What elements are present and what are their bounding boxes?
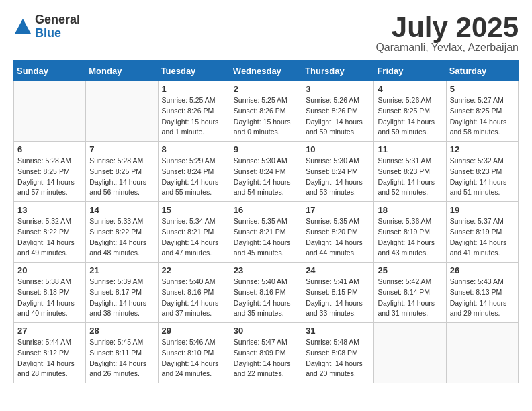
day-number: 13 <box>17 205 82 215</box>
day-number: 9 <box>234 144 298 154</box>
col-monday: Monday <box>86 61 158 81</box>
calendar-body: 1Sunrise: 5:25 AMSunset: 8:26 PMDaylight… <box>14 81 519 383</box>
calendar-cell: 3Sunrise: 5:26 AMSunset: 8:26 PMDaylight… <box>302 81 374 142</box>
day-number: 7 <box>89 144 154 154</box>
day-number: 28 <box>89 326 154 336</box>
calendar-week-4: 27Sunrise: 5:44 AMSunset: 8:12 PMDayligh… <box>14 323 519 383</box>
day-info: Sunrise: 5:33 AMSunset: 8:22 PMDaylight:… <box>89 216 154 259</box>
page-header: General Blue July 2025 Qaramanli, Yevlax… <box>13 13 519 54</box>
calendar-week-2: 13Sunrise: 5:32 AMSunset: 8:22 PMDayligh… <box>14 202 519 263</box>
calendar-cell: 30Sunrise: 5:47 AMSunset: 8:09 PMDayligh… <box>230 323 302 383</box>
col-tuesday: Tuesday <box>158 61 230 81</box>
day-info: Sunrise: 5:45 AMSunset: 8:11 PMDaylight:… <box>89 337 154 379</box>
logo-blue: Blue <box>35 27 80 40</box>
day-info: Sunrise: 5:39 AMSunset: 8:17 PMDaylight:… <box>89 277 154 319</box>
title-block: July 2025 Qaramanli, Yevlax, Azerbaijan <box>375 13 519 54</box>
calendar-cell: 14Sunrise: 5:33 AMSunset: 8:22 PMDayligh… <box>86 202 158 263</box>
calendar-cell: 28Sunrise: 5:45 AMSunset: 8:11 PMDayligh… <box>86 323 158 383</box>
col-sunday: Sunday <box>14 61 86 81</box>
day-info: Sunrise: 5:30 AMSunset: 8:24 PMDaylight:… <box>234 156 298 198</box>
day-info: Sunrise: 5:32 AMSunset: 8:23 PMDaylight:… <box>450 156 515 198</box>
calendar-cell: 31Sunrise: 5:48 AMSunset: 8:08 PMDayligh… <box>302 323 374 383</box>
header-row: Sunday Monday Tuesday Wednesday Thursday… <box>14 61 519 81</box>
calendar-cell <box>374 323 446 383</box>
day-number: 12 <box>450 144 515 154</box>
day-number: 25 <box>378 265 442 275</box>
day-info: Sunrise: 5:37 AMSunset: 8:19 PMDaylight:… <box>450 216 515 259</box>
col-saturday: Saturday <box>446 61 518 81</box>
calendar-week-0: 1Sunrise: 5:25 AMSunset: 8:26 PMDaylight… <box>14 81 519 142</box>
calendar-table: Sunday Monday Tuesday Wednesday Thursday… <box>13 60 519 383</box>
day-number: 16 <box>234 205 298 215</box>
col-friday: Friday <box>374 61 446 81</box>
calendar-cell: 12Sunrise: 5:32 AMSunset: 8:23 PMDayligh… <box>446 142 518 202</box>
svg-marker-0 <box>15 19 31 34</box>
calendar-cell: 17Sunrise: 5:35 AMSunset: 8:20 PMDayligh… <box>302 202 374 263</box>
day-number: 18 <box>378 205 442 215</box>
day-info: Sunrise: 5:43 AMSunset: 8:13 PMDaylight:… <box>450 277 515 319</box>
calendar-header: Sunday Monday Tuesday Wednesday Thursday… <box>14 61 519 81</box>
calendar-week-1: 6Sunrise: 5:28 AMSunset: 8:25 PMDaylight… <box>14 142 519 202</box>
day-info: Sunrise: 5:26 AMSunset: 8:26 PMDaylight:… <box>306 95 370 138</box>
day-number: 21 <box>89 265 154 275</box>
day-number: 30 <box>234 326 298 336</box>
calendar-cell: 16Sunrise: 5:35 AMSunset: 8:21 PMDayligh… <box>230 202 302 263</box>
day-number: 6 <box>17 144 82 154</box>
day-info: Sunrise: 5:40 AMSunset: 8:16 PMDaylight:… <box>162 277 226 319</box>
calendar-cell: 18Sunrise: 5:36 AMSunset: 8:19 PMDayligh… <box>374 202 446 263</box>
day-number: 2 <box>234 84 298 94</box>
calendar-cell <box>446 323 518 383</box>
calendar-cell: 11Sunrise: 5:31 AMSunset: 8:23 PMDayligh… <box>374 142 446 202</box>
calendar-cell: 2Sunrise: 5:25 AMSunset: 8:26 PMDaylight… <box>230 81 302 142</box>
calendar-cell: 8Sunrise: 5:29 AMSunset: 8:24 PMDaylight… <box>158 142 230 202</box>
calendar-cell: 29Sunrise: 5:46 AMSunset: 8:10 PMDayligh… <box>158 323 230 383</box>
calendar-cell: 20Sunrise: 5:38 AMSunset: 8:18 PMDayligh… <box>14 263 86 323</box>
day-info: Sunrise: 5:35 AMSunset: 8:20 PMDaylight:… <box>306 216 370 259</box>
day-info: Sunrise: 5:42 AMSunset: 8:14 PMDaylight:… <box>378 277 442 319</box>
calendar-cell: 15Sunrise: 5:34 AMSunset: 8:21 PMDayligh… <box>158 202 230 263</box>
calendar-cell: 19Sunrise: 5:37 AMSunset: 8:19 PMDayligh… <box>446 202 518 263</box>
calendar-cell: 10Sunrise: 5:30 AMSunset: 8:24 PMDayligh… <box>302 142 374 202</box>
day-info: Sunrise: 5:47 AMSunset: 8:09 PMDaylight:… <box>234 337 298 379</box>
day-number: 15 <box>162 205 226 215</box>
day-info: Sunrise: 5:41 AMSunset: 8:15 PMDaylight:… <box>306 277 370 319</box>
calendar-cell: 5Sunrise: 5:27 AMSunset: 8:25 PMDaylight… <box>446 81 518 142</box>
day-info: Sunrise: 5:28 AMSunset: 8:25 PMDaylight:… <box>89 156 154 198</box>
calendar-cell: 21Sunrise: 5:39 AMSunset: 8:17 PMDayligh… <box>86 263 158 323</box>
day-number: 19 <box>450 205 515 215</box>
day-info: Sunrise: 5:32 AMSunset: 8:22 PMDaylight:… <box>17 216 82 259</box>
day-info: Sunrise: 5:48 AMSunset: 8:08 PMDaylight:… <box>306 337 370 379</box>
calendar-cell: 22Sunrise: 5:40 AMSunset: 8:16 PMDayligh… <box>158 263 230 323</box>
logo: General Blue <box>13 13 80 40</box>
day-info: Sunrise: 5:31 AMSunset: 8:23 PMDaylight:… <box>378 156 442 198</box>
month-title: July 2025 <box>375 13 519 42</box>
calendar-cell: 9Sunrise: 5:30 AMSunset: 8:24 PMDaylight… <box>230 142 302 202</box>
day-info: Sunrise: 5:28 AMSunset: 8:25 PMDaylight:… <box>17 156 82 198</box>
day-info: Sunrise: 5:27 AMSunset: 8:25 PMDaylight:… <box>450 95 515 138</box>
day-number: 31 <box>306 326 370 336</box>
day-number: 11 <box>378 144 442 154</box>
calendar-cell: 7Sunrise: 5:28 AMSunset: 8:25 PMDaylight… <box>86 142 158 202</box>
day-number: 4 <box>378 84 442 94</box>
day-number: 29 <box>162 326 226 336</box>
day-number: 26 <box>450 265 515 275</box>
calendar-cell: 13Sunrise: 5:32 AMSunset: 8:22 PMDayligh… <box>14 202 86 263</box>
day-number: 10 <box>306 144 370 154</box>
calendar-cell: 23Sunrise: 5:40 AMSunset: 8:16 PMDayligh… <box>230 263 302 323</box>
day-number: 23 <box>234 265 298 275</box>
day-info: Sunrise: 5:40 AMSunset: 8:16 PMDaylight:… <box>234 277 298 319</box>
calendar-week-3: 20Sunrise: 5:38 AMSunset: 8:18 PMDayligh… <box>14 263 519 323</box>
day-info: Sunrise: 5:25 AMSunset: 8:26 PMDaylight:… <box>234 95 298 138</box>
day-number: 24 <box>306 265 370 275</box>
day-number: 14 <box>89 205 154 215</box>
calendar-cell: 27Sunrise: 5:44 AMSunset: 8:12 PMDayligh… <box>14 323 86 383</box>
day-number: 8 <box>162 144 226 154</box>
logo-icon <box>13 17 32 36</box>
day-info: Sunrise: 5:36 AMSunset: 8:19 PMDaylight:… <box>378 216 442 259</box>
day-number: 20 <box>17 265 82 275</box>
col-thursday: Thursday <box>302 61 374 81</box>
day-number: 3 <box>306 84 370 94</box>
day-number: 27 <box>17 326 82 336</box>
day-number: 22 <box>162 265 226 275</box>
col-wednesday: Wednesday <box>230 61 302 81</box>
